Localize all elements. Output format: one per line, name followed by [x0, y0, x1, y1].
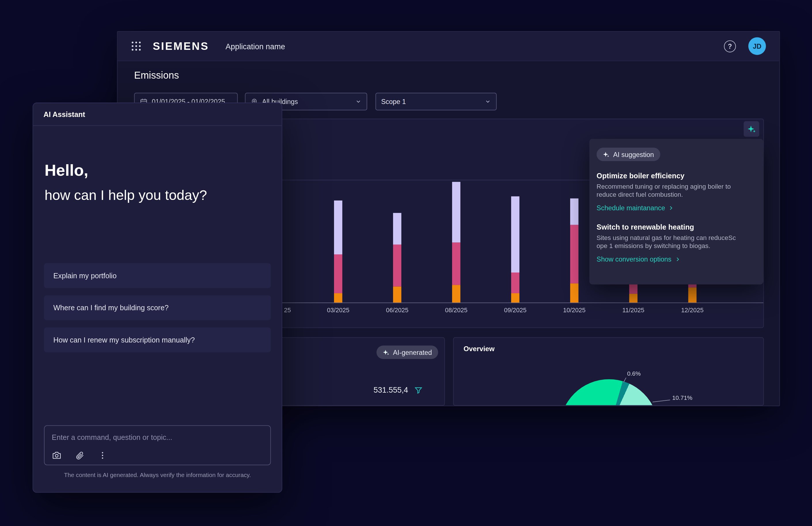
attachment-paperclip-icon[interactable] [75, 451, 84, 460]
bar-segment-orange [511, 293, 520, 302]
overview-pie [560, 379, 658, 406]
filter-funnel-icon[interactable] [414, 386, 423, 394]
screen: SIEMENS Application name ? JD Emissions … [0, 0, 812, 526]
pie-label-small: 0.6% [627, 370, 641, 377]
app-header: SIEMENS Application name ? JD [117, 32, 779, 61]
ai-assistant-panel: AI Assistant Hello, how can I help you t… [32, 102, 282, 493]
ai-sparkle-button[interactable] [744, 121, 759, 137]
overview-card: Overview 0.6% 10.71% [453, 337, 764, 406]
bar-segment-pink [452, 243, 461, 285]
bar-segment-orange [334, 293, 342, 302]
assistant-suggestion-subscription[interactable]: How can I renew my subscription manually… [44, 328, 271, 352]
bar-segment-purple [334, 200, 342, 254]
overview-title: Overview [464, 345, 495, 353]
metric-value: 531.555,4 [374, 385, 408, 394]
assistant-greeting: Hello, how can I help you today? [45, 161, 207, 203]
ai-suggestion-badge-label: AI suggestion [613, 151, 654, 158]
chevron-right-icon [668, 205, 674, 211]
siemens-logo: SIEMENS [153, 40, 209, 52]
assistant-disclaimer: The content is AI generated. Always veri… [33, 472, 281, 478]
suggestion-body: Recommend tuning or replacing aging boil… [597, 183, 748, 199]
kebab-menu-icon[interactable] [98, 451, 107, 460]
ai-generated-label: AI-generated [393, 348, 432, 356]
app-title: Application name [226, 42, 285, 51]
bar-segment-orange [452, 285, 461, 302]
bar-segment-pink [511, 272, 520, 293]
bar-segment-pink [570, 225, 579, 283]
assistant-toolbar [52, 450, 107, 460]
assistant-suggestion-portfolio[interactable]: Explain my portfolio [44, 263, 271, 288]
chevron-right-icon [675, 256, 680, 262]
bar-segment-pink [393, 244, 401, 287]
link-label: Show conversion options [597, 255, 671, 263]
x-axis-label: 09/2025 [495, 307, 536, 314]
ai-suggestion-badge: AI suggestion [597, 148, 660, 161]
bar-segment-orange [393, 287, 401, 303]
bar-segment-orange [570, 283, 579, 303]
bar-segment-purple [393, 213, 401, 244]
greeting-text: how can I help you today? [45, 187, 207, 204]
chevron-down-icon [355, 99, 362, 105]
x-axis-label: 12/2025 [672, 307, 713, 314]
x-axis-label: 10/2025 [554, 307, 595, 314]
sparkle-icon [383, 349, 389, 355]
suggestion-title: Switch to renewable heating [597, 223, 756, 231]
ai-generated-badge: AI-generated [376, 346, 438, 359]
schedule-maintenance-link[interactable]: Schedule maintanance [597, 204, 674, 212]
avatar[interactable]: JD [748, 37, 766, 55]
help-icon[interactable]: ? [724, 40, 736, 52]
scope-value: Scope 1 [381, 98, 406, 105]
link-label: Schedule maintanance [597, 204, 665, 212]
greeting-bold: Hello, [45, 161, 207, 180]
bar-segment-orange [629, 294, 638, 303]
assistant-suggestion-building-score[interactable]: Where can I find my building score? [44, 295, 271, 320]
ai-suggestion-popover: AI suggestion Optimize boiler efficiency… [590, 139, 763, 284]
x-axis-label: 08/2025 [436, 307, 477, 314]
assistant-input[interactable] [45, 429, 270, 446]
x-axis-label: 03/2025 [317, 307, 359, 314]
suggestion-title: Optimize boiler efficiency [597, 171, 756, 180]
assistant-input-box [44, 425, 271, 465]
x-axis-label: 11/2025 [613, 307, 654, 314]
pie-label-mint: 10.71% [672, 395, 692, 401]
show-conversion-options-link[interactable]: Show conversion options [597, 255, 680, 263]
scope-dropdown[interactable]: Scope 1 [376, 93, 497, 110]
metric-row: 531.555,4 [374, 385, 422, 394]
bar-segment-orange [688, 287, 697, 302]
sparkle-icon [603, 151, 609, 158]
assistant-header: AI Assistant [33, 103, 281, 126]
chevron-down-icon [484, 99, 491, 105]
assistant-title: AI Assistant [43, 110, 85, 118]
bar-segment-purple [570, 198, 579, 225]
page-title: Emissions [134, 70, 179, 82]
help-glyph: ? [728, 42, 732, 50]
bar-segment-pink [334, 254, 342, 293]
camera-icon[interactable] [52, 450, 62, 460]
bar-segment-purple [452, 182, 461, 242]
x-axis-label: 06/2025 [377, 307, 418, 314]
bar-segment-purple [511, 197, 520, 272]
app-launcher-grid-icon[interactable] [131, 41, 141, 51]
suggestion-body: Sites using natural gas for heating can … [597, 234, 748, 250]
